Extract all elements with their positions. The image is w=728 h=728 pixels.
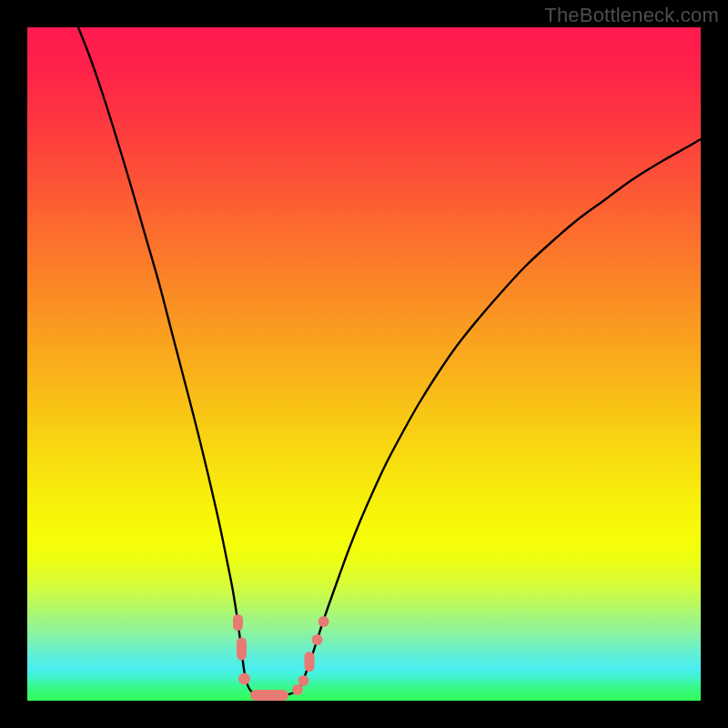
- plot-area: [27, 27, 701, 701]
- markers: [233, 614, 329, 701]
- data-marker: [233, 614, 243, 631]
- chart-frame: TheBottleneck.com: [0, 0, 728, 728]
- curve-layer: [27, 27, 701, 701]
- data-marker: [238, 673, 250, 685]
- v-curve: [78, 27, 701, 695]
- data-marker: [237, 638, 247, 661]
- data-marker: [312, 634, 323, 645]
- data-marker: [298, 675, 309, 686]
- watermark-text: TheBottleneck.com: [544, 4, 719, 27]
- data-marker: [250, 690, 288, 701]
- data-marker: [318, 616, 329, 627]
- data-marker: [305, 652, 315, 672]
- data-marker: [292, 684, 303, 695]
